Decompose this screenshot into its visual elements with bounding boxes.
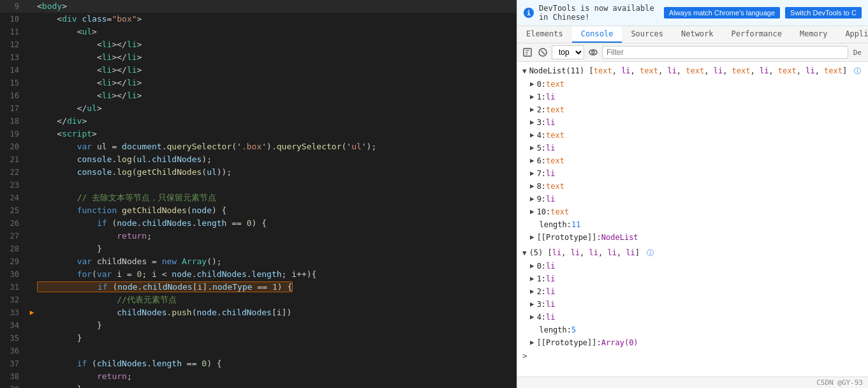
line-content: <ul> bbox=[37, 26, 517, 38]
info-icon: i bbox=[524, 8, 534, 18]
code-line: 14 <li></li> bbox=[0, 64, 517, 77]
nl-item-4[interactable]: ▶ 4: text bbox=[517, 129, 868, 142]
arrow-right-icon: ▶ bbox=[530, 311, 534, 323]
arrow-right-icon: ▶ bbox=[530, 117, 534, 128]
code-line: 30 for(var i = 0; i < node.childNodes.le… bbox=[0, 268, 517, 281]
top-select[interactable]: top bbox=[552, 45, 584, 59]
arr-prototype[interactable]: ▶ [[Prototype]]: Array(0) bbox=[517, 336, 868, 349]
line-content: } bbox=[37, 243, 517, 255]
arrow-right-icon: ▶ bbox=[530, 206, 534, 218]
line-content: //代表元素节点 bbox=[37, 294, 517, 306]
nl-length: length: 11 bbox=[517, 218, 868, 231]
arrow-right-icon: ▶ bbox=[530, 273, 534, 285]
code-line: 11 <ul> bbox=[0, 26, 517, 38]
line-content: var ul = document.querySelector('.box').… bbox=[37, 140, 517, 153]
nl-item-8[interactable]: ▶ 8: text bbox=[517, 180, 868, 193]
line-content: console.log(ul.childNodes); bbox=[37, 153, 517, 166]
line-content: </div> bbox=[37, 115, 517, 128]
nl-item-9[interactable]: ▶ 9: li bbox=[517, 193, 868, 205]
code-line: 15 <li></li> bbox=[0, 77, 517, 89]
code-line: 16 <li></li> bbox=[0, 89, 517, 102]
line-content: <li></li> bbox=[37, 64, 517, 77]
line-content: } bbox=[37, 332, 517, 345]
svg-line-2 bbox=[541, 50, 545, 54]
line-content: <body> bbox=[37, 0, 517, 13]
array-root[interactable]: ▼ (5) [li, li, li, li, li] ⓘ bbox=[517, 246, 868, 260]
devtools-tabs: Elements Console Sources Network Perform… bbox=[517, 26, 868, 43]
nl-item-0[interactable]: ▶ 0: text bbox=[517, 78, 868, 91]
tab-console[interactable]: Console bbox=[572, 26, 622, 43]
nl-item-10[interactable]: ▶ 10: text bbox=[517, 205, 868, 218]
code-line: 31 if (node.childNodes[i].nodeType == 1)… bbox=[0, 281, 517, 294]
code-line: 12 <li></li> bbox=[0, 38, 517, 51]
switch-devtools-button[interactable]: Switch DevTools to C bbox=[785, 7, 862, 19]
nl-prototype[interactable]: ▶ [[Prototype]]: NodeList bbox=[517, 231, 868, 244]
nl-item-6[interactable]: ▶ 6: text bbox=[517, 154, 868, 167]
arr-item-3[interactable]: ▶ 3: li bbox=[517, 298, 868, 311]
line-content: return; bbox=[37, 370, 517, 383]
code-line: 28 } bbox=[0, 243, 517, 255]
nl-item-7[interactable]: ▶ 7: li bbox=[517, 167, 868, 180]
arrow-right-icon: ▶ bbox=[530, 337, 534, 348]
line-content: if (node.childNodes[i].nodeType == 1) { bbox=[37, 281, 517, 294]
devtools-notification: i DevTools is now available in Chinese! … bbox=[517, 0, 868, 26]
line-content: // 去除文本等节点，只保留元素节点 bbox=[37, 191, 517, 204]
line-content: for(var i = 0; i < node.childNodes.lengt… bbox=[37, 268, 517, 281]
code-line: 27 return; bbox=[0, 230, 517, 243]
eye-icon[interactable] bbox=[587, 46, 600, 59]
arr-item-2[interactable]: ▶ 2: li bbox=[517, 285, 868, 298]
tab-memory[interactable]: Memory bbox=[791, 26, 836, 43]
arrow-down-icon: ▼ bbox=[522, 66, 527, 77]
nodelist-root[interactable]: ▼ NodeList(11) [text, li, text, li, text… bbox=[517, 64, 868, 78]
code-line: 24 // 去除文本等节点，只保留元素节点 bbox=[0, 191, 517, 204]
match-language-button[interactable]: Always match Chrome's language bbox=[664, 7, 780, 19]
nl-item-5[interactable]: ▶ 5: li bbox=[517, 142, 868, 154]
code-line: 34 } bbox=[0, 319, 517, 332]
console-prompt: > bbox=[517, 349, 868, 362]
code-line: 39 } bbox=[0, 383, 517, 388]
nl-item-3[interactable]: ▶ 3: li bbox=[517, 116, 868, 129]
code-line: 33▶ childNodes.push(node.childNodes[i]) bbox=[0, 306, 517, 319]
circle-icon[interactable] bbox=[536, 46, 549, 59]
devtools-panel: i DevTools is now available in Chinese! … bbox=[517, 0, 868, 388]
code-line: 25 function getChildNodes(node) { bbox=[0, 204, 517, 217]
code-line: 19 <script> bbox=[0, 128, 517, 140]
arr-item-0[interactable]: ▶ 0: li bbox=[517, 260, 868, 272]
code-editor: 9<body>10 <div class="box">11 <ul>12 <li… bbox=[0, 0, 517, 388]
line-content: <li></li> bbox=[37, 89, 517, 102]
code-line: 9<body> bbox=[0, 0, 517, 13]
code-line: 36 bbox=[0, 345, 517, 357]
svg-point-3 bbox=[589, 50, 597, 55]
tab-elements[interactable]: Elements bbox=[517, 26, 572, 43]
line-content: } bbox=[37, 383, 517, 388]
code-line: 37 if (childNodes.length == 0) { bbox=[0, 357, 517, 370]
filter-input[interactable] bbox=[602, 46, 848, 59]
tab-performance[interactable]: Performance bbox=[723, 26, 791, 43]
line-content: if (node.childNodes.length == 0) { bbox=[37, 217, 517, 230]
array-header: (5) [li, li, li, li, li] ⓘ bbox=[529, 247, 654, 259]
nl-item-2[interactable]: ▶ 2: text bbox=[517, 103, 868, 116]
line-content: <li></li> bbox=[37, 38, 517, 51]
code-line: 38 return; bbox=[0, 370, 517, 383]
arrow-right-icon: ▶ bbox=[530, 104, 534, 116]
arrow-right-icon: ▶ bbox=[530, 91, 534, 103]
tab-applic[interactable]: Applic bbox=[836, 26, 868, 43]
tab-network[interactable]: Network bbox=[672, 26, 723, 43]
arrow-right-icon: ▶ bbox=[530, 130, 534, 141]
de-label: De bbox=[851, 48, 864, 57]
inspect-icon[interactable] bbox=[521, 46, 534, 59]
code-line: 32 //代表元素节点 bbox=[0, 294, 517, 306]
arrow-right-icon: ▶ bbox=[530, 299, 534, 310]
code-line: 22 console.log(getChildNodes(ul)); bbox=[0, 166, 517, 179]
nl-item-1[interactable]: ▶ 1: li bbox=[517, 91, 868, 103]
tab-sources[interactable]: Sources bbox=[622, 26, 672, 43]
arrow-right-icon: ▶ bbox=[530, 286, 534, 297]
arr-item-4[interactable]: ▶ 4: li bbox=[517, 311, 868, 324]
arrow-right-icon: ▶ bbox=[530, 168, 534, 179]
arr-item-1[interactable]: ▶ 1: li bbox=[517, 272, 868, 285]
arrow-right-icon: ▶ bbox=[530, 142, 534, 154]
code-line: 10 <div class="box"> bbox=[0, 13, 517, 26]
console-toolbar: top De bbox=[517, 43, 868, 62]
arrow-right-icon: ▶ bbox=[530, 193, 534, 205]
code-line: 26 if (node.childNodes.length == 0) { bbox=[0, 217, 517, 230]
